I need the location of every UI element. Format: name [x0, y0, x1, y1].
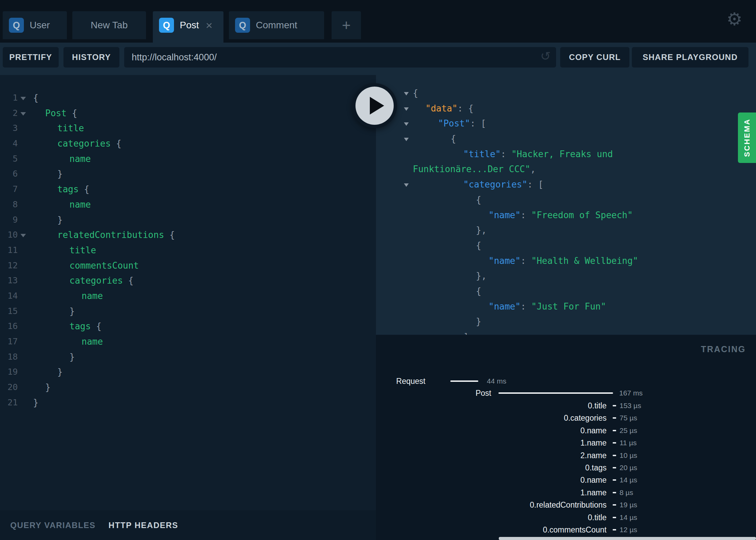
response-line: Funktionäre...Der CCC",	[376, 162, 756, 177]
fold-arrow-icon[interactable]	[404, 122, 409, 126]
fold-arrow-icon[interactable]	[404, 107, 409, 111]
tab-user[interactable]: QUser	[3, 11, 67, 39]
tracing-dash	[613, 517, 616, 518]
execute-query-button[interactable]	[352, 83, 397, 128]
schema-tab[interactable]: SCHEMA	[738, 112, 756, 163]
line-number: 4	[0, 136, 18, 151]
tab-post[interactable]: QPost×	[153, 11, 223, 43]
tracing-field-label: 0.categories	[564, 412, 607, 424]
code-text: Funktionäre...Der CCC",	[376, 162, 536, 177]
code-text: categories {	[0, 273, 133, 288]
editor-line: 16tags {	[0, 319, 376, 334]
tracing-field-label: 0.title	[588, 400, 607, 412]
tracing-field-time: 153 µs	[620, 400, 641, 412]
schema-tab-label: SCHEMA	[743, 118, 752, 157]
tracing-field-label: 1.name	[580, 486, 607, 499]
query-editor[interactable]: 1{2Post {3title4categories {5name6}7tags…	[0, 75, 376, 510]
response-line: }	[376, 314, 756, 329]
tracing-field-label: 0.relatedContributions	[530, 499, 607, 511]
code-text: {	[376, 192, 481, 208]
code-text: },	[376, 223, 486, 238]
line-number: 21	[0, 395, 18, 410]
close-tab-icon[interactable]: ×	[206, 19, 213, 31]
query-badge-icon: Q	[159, 18, 174, 33]
tracing-field-label: 1.name	[580, 437, 607, 449]
editor-line: 6}	[0, 166, 376, 182]
tracing-span-row: Post167 ms	[376, 387, 756, 399]
line-number: 19	[0, 364, 18, 380]
code-text: "name": "Just For Fun"	[376, 299, 606, 314]
line-number: 14	[0, 288, 18, 304]
code-text: }	[376, 314, 481, 329]
code-text: "name": "Freedom of Speech"	[376, 208, 633, 223]
tracing-field-row: 0.name14 µs	[376, 474, 756, 486]
tracing-field-label: 0.title	[588, 511, 607, 524]
share-playground-button[interactable]: SHARE PLAYGROUND	[632, 47, 748, 68]
tracing-field-time: 11 µs	[620, 437, 637, 449]
history-button[interactable]: HISTORY	[63, 47, 119, 68]
tracing-field-row: 0.categories75 µs	[376, 412, 756, 424]
query-badge-icon: Q	[235, 18, 250, 33]
fold-arrow-icon[interactable]	[20, 234, 26, 237]
code-text: commentsCount	[0, 258, 139, 273]
tracing-field-label: 0.tags	[585, 462, 607, 474]
tab-new-tab[interactable]: New Tab	[72, 11, 146, 39]
response-line: {	[376, 284, 756, 299]
query-variables-tab[interactable]: QUERY VARIABLES	[10, 521, 96, 530]
tracing-field-row: 0.name25 µs	[376, 424, 756, 437]
tracing-field-time: 20 µs	[620, 462, 637, 474]
tracing-duration-bar	[498, 392, 613, 394]
code-text: "title": "Hacker, Freaks und	[376, 147, 613, 162]
line-number: 10	[0, 227, 18, 243]
toolbar: PRETTIFY HISTORY ↺ COPY CURL SHARE PLAYG…	[0, 43, 756, 75]
fold-arrow-icon[interactable]	[20, 112, 26, 116]
code-text: ]	[376, 329, 469, 335]
line-number: 13	[0, 273, 18, 288]
response-line: "name": "Health & Wellbeing"	[376, 253, 756, 269]
line-number: 12	[0, 258, 18, 273]
endpoint-url-input[interactable]	[124, 47, 556, 68]
tracing-span-time: 44 ms	[487, 375, 506, 387]
tracing-dash	[613, 455, 616, 456]
tracing-dash	[613, 467, 616, 468]
code-text: relatedContributions {	[0, 227, 175, 243]
fold-arrow-icon[interactable]	[404, 183, 409, 187]
tracing-title: TRACING	[701, 344, 746, 354]
tracing-dash	[613, 405, 616, 406]
new-tab-button[interactable]: +	[332, 11, 361, 39]
response-line: "title": "Hacker, Freaks und	[376, 147, 756, 162]
tracing-field-time: 14 µs	[620, 474, 637, 486]
editor-line: 8name	[0, 197, 376, 212]
fold-arrow-icon[interactable]	[20, 97, 26, 100]
endpoint-url-wrap: ↺	[124, 47, 556, 68]
response-line: },	[376, 268, 756, 284]
reload-schema-icon[interactable]: ↺	[540, 49, 551, 63]
tracing-field-label: 2.name	[580, 449, 607, 462]
editor-line: 14name	[0, 288, 376, 304]
editor-line: 13categories {	[0, 273, 376, 288]
http-headers-tab[interactable]: HTTP HEADERS	[108, 521, 178, 530]
tab-bar: QUserNew TabQPost×QComment+ ⚙	[0, 0, 756, 43]
tracing-field-time: 25 µs	[620, 424, 637, 437]
line-number: 6	[0, 166, 18, 182]
response-viewer: {"data": {"Post": [{"title": "Hacker, Fr…	[376, 75, 756, 335]
tab-comment[interactable]: QComment	[229, 11, 324, 39]
settings-gear-icon[interactable]: ⚙	[726, 9, 742, 29]
play-icon	[370, 97, 384, 115]
tracing-dash	[613, 442, 616, 444]
tracing-dash	[613, 529, 616, 530]
horizontal-scrollbar[interactable]	[499, 537, 756, 540]
copy-curl-button[interactable]: COPY CURL	[560, 47, 629, 68]
editor-line: 7tags {	[0, 182, 376, 197]
line-number: 17	[0, 334, 18, 349]
response-line: {	[376, 238, 756, 253]
editor-line: 11title	[0, 243, 376, 258]
editor-line: 12commentsCount	[0, 258, 376, 273]
prettify-button[interactable]: PRETTIFY	[3, 47, 59, 68]
fold-arrow-icon[interactable]	[404, 138, 409, 141]
fold-arrow-icon[interactable]	[404, 92, 409, 95]
line-number: 18	[0, 349, 18, 365]
tracing-field-time: 75 µs	[620, 412, 637, 424]
tracing-field-row: 1.name8 µs	[376, 486, 756, 499]
tracing-field-row: 2.name10 µs	[376, 449, 756, 462]
